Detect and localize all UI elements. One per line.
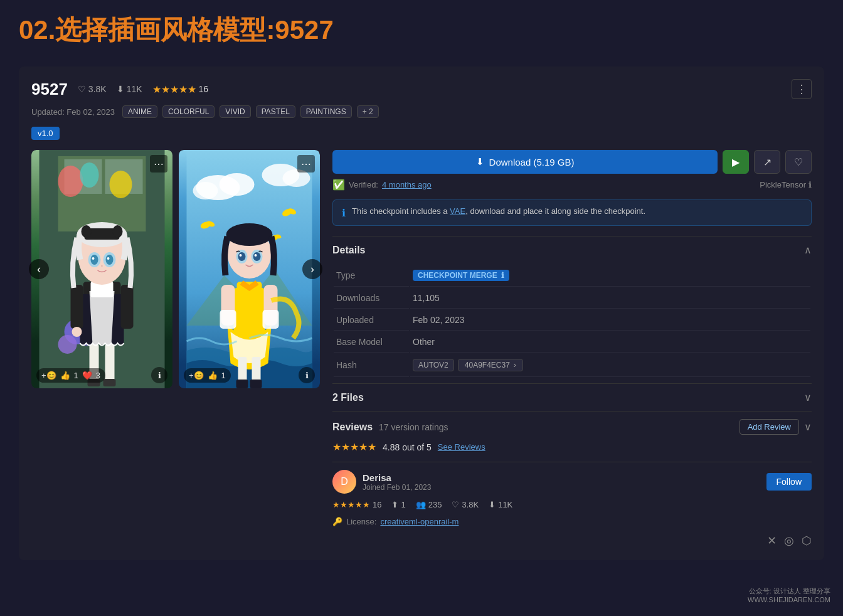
follow-button[interactable]: Follow xyxy=(766,473,812,491)
twitter-icon[interactable]: ✕ xyxy=(767,534,777,548)
svg-point-56 xyxy=(255,254,257,257)
tag-more[interactable]: + 2 xyxy=(357,105,379,118)
model-header: 9527 ♡ 3.8K ⬇ 11K ★★★★★ 16 ⋮ xyxy=(31,79,812,99)
svg-rect-13 xyxy=(71,285,83,329)
svg-rect-48 xyxy=(263,310,279,329)
author-stars-stat: ★★★★★ 16 xyxy=(332,500,381,509)
reviews-stars: ★★★★★ xyxy=(332,441,376,453)
type-value: CHECKPOINT MERGE xyxy=(418,271,497,280)
share-icons-row: ✕ ◎ ⬡ xyxy=(332,534,812,548)
page-title: 02.选择插画风格模型:9527 xyxy=(19,13,824,48)
model-name: 9527 xyxy=(31,80,68,99)
downloads-row: Downloads 11,105 xyxy=(334,288,810,309)
version-badge: v1.0 xyxy=(31,127,60,140)
license-key-icon: 🔑 xyxy=(332,517,342,526)
author-stars-display: ★★★★★ xyxy=(332,500,370,509)
image-1-reactions[interactable]: +😊 👍 1 ❤️ 3 xyxy=(36,368,105,383)
uploaded-row: Uploaded Feb 02, 2023 xyxy=(334,310,810,331)
reviews-actions: Add Review ∨ xyxy=(740,419,812,435)
share-button[interactable]: ↗ xyxy=(754,150,780,174)
download-button[interactable]: ⬇ Download (5.19 GB) xyxy=(332,150,718,174)
add-reaction-icon-2: +😊 xyxy=(189,371,204,380)
image-2-thumbs-count: 1 xyxy=(221,371,226,380)
image-1-hearts-count: 3 xyxy=(96,371,100,380)
author-uploads: 1 xyxy=(401,500,405,509)
details-section-header[interactable]: Details ∧ xyxy=(332,236,812,263)
image-2-more-button[interactable]: ⋯ xyxy=(297,155,315,173)
tag-pastel[interactable]: PASTEL xyxy=(256,105,295,118)
see-reviews-button[interactable]: See Reviews xyxy=(438,442,485,452)
uploaded-value: Feb 02, 2023 xyxy=(410,310,810,331)
star-count: 16 xyxy=(199,84,209,94)
save-button[interactable]: ♡ xyxy=(785,150,812,174)
author-downloads: 11K xyxy=(498,500,512,509)
type-value-cell: CHECKPOINT MERGE ℹ xyxy=(410,265,810,287)
hash-expand-icon[interactable]: › xyxy=(514,361,516,369)
heart-icon-red: ❤️ xyxy=(82,371,92,380)
svg-point-23 xyxy=(91,255,98,265)
reddit-icon[interactable]: ⬡ xyxy=(802,534,812,548)
tag-colorful[interactable]: COLORFUL xyxy=(162,105,215,118)
watermark: 公众号: 设计达人 整理分享 WWW.SHEJIDAREN.COM xyxy=(748,587,830,603)
main-container: 9527 ♡ 3.8K ⬇ 11K ★★★★★ 16 ⋮ Updated: Fe… xyxy=(19,66,824,560)
downloads-stat: ⬇ 11K xyxy=(117,84,142,94)
add-review-button[interactable]: Add Review xyxy=(740,419,799,435)
reviews-count: 17 version ratings xyxy=(379,422,448,432)
type-badge: CHECKPOINT MERGE ℹ xyxy=(413,270,509,281)
discord-icon[interactable]: ◎ xyxy=(784,534,794,548)
info-box: ℹ This checkpoint includes a VAE, downlo… xyxy=(332,199,812,226)
hash-algo: AUTOV2 xyxy=(413,359,454,371)
downloads-count: 11K xyxy=(127,84,142,94)
svg-point-8 xyxy=(58,335,77,354)
carousel-next-button[interactable]: › xyxy=(302,259,322,279)
author-uploads-stat: ⬆ 1 xyxy=(391,500,405,509)
license-link[interactable]: creativeml-openrail-m xyxy=(380,517,459,526)
image-card-2: ⋯ +😊 👍 1 ℹ xyxy=(179,150,320,388)
upload-icon: ⬆ xyxy=(391,500,398,509)
author-members: 235 xyxy=(428,500,442,509)
author-section: D Derisa Joined Feb 01, 2023 Follow ★★★★… xyxy=(332,462,812,509)
author-stats: ★★★★★ 16 ⬆ 1 👥 235 ♡ 3.8K xyxy=(332,500,812,509)
license-label: License: xyxy=(346,517,376,526)
rating-row: ★★★★★ 4.88 out of 5 See Reviews xyxy=(332,441,812,453)
tag-anime[interactable]: ANIME xyxy=(122,105,157,118)
image-2-info-button[interactable]: ℹ xyxy=(299,367,315,383)
content-area: ‹ xyxy=(31,150,812,548)
watermark-line1: 公众号: 设计达人 整理分享 xyxy=(748,587,830,596)
hash-value-cell: AUTOV2 40A9F4EC37 › xyxy=(410,354,810,377)
tag-paintings[interactable]: PAINTINGS xyxy=(300,105,352,118)
right-panel: ⬇ Download (5.19 GB) ▶ ↗ ♡ ✅ Verified: 4… xyxy=(332,150,812,548)
updated-text: Updated: Feb 02, 2023 xyxy=(31,107,115,117)
members-icon: 👥 xyxy=(416,500,426,509)
svg-point-5 xyxy=(80,162,99,188)
download-icon: ⬇ xyxy=(476,156,484,167)
verified-time-link[interactable]: 4 months ago xyxy=(382,180,432,189)
images-carousel: ‹ xyxy=(31,150,320,388)
author-name[interactable]: Derisa xyxy=(363,472,760,483)
image-1-info-button[interactable]: ℹ xyxy=(151,367,167,383)
image-1-more-button[interactable]: ⋯ xyxy=(150,155,167,173)
files-section-header[interactable]: 2 Files ∨ xyxy=(332,383,812,411)
author-star-count: 16 xyxy=(373,500,381,509)
svg-point-20 xyxy=(113,225,123,238)
carousel-prev-button[interactable]: ‹ xyxy=(29,259,49,279)
more-options-button[interactable]: ⋮ xyxy=(792,79,812,99)
image-2-reactions[interactable]: +😊 👍 1 xyxy=(184,368,231,383)
likes-icon: ♡ xyxy=(452,500,459,509)
hash-value: 40A9F4EC37 › xyxy=(458,359,523,371)
heart-icon: ♡ xyxy=(78,84,86,94)
author-row: D Derisa Joined Feb 01, 2023 Follow xyxy=(332,470,812,494)
uploaded-label: Uploaded xyxy=(334,310,409,331)
tag-vivid[interactable]: VIVID xyxy=(220,105,250,118)
info-box-icon: ℹ xyxy=(342,207,346,219)
stars-display: ★★★★★ xyxy=(152,83,196,95)
verified-left: ✅ Verified: 4 months ago xyxy=(332,179,432,191)
reviews-chevron-icon: ∨ xyxy=(804,421,812,433)
play-button[interactable]: ▶ xyxy=(723,150,749,174)
svg-rect-47 xyxy=(220,310,236,329)
base-model-value: Other xyxy=(410,332,810,353)
vae-link[interactable]: VAE xyxy=(450,206,465,216)
hash-row: Hash AUTOV2 40A9F4EC37 › xyxy=(334,354,810,377)
license-row: 🔑 License: creativeml-openrail-m xyxy=(332,517,812,526)
details-chevron-icon: ∧ xyxy=(804,244,812,256)
